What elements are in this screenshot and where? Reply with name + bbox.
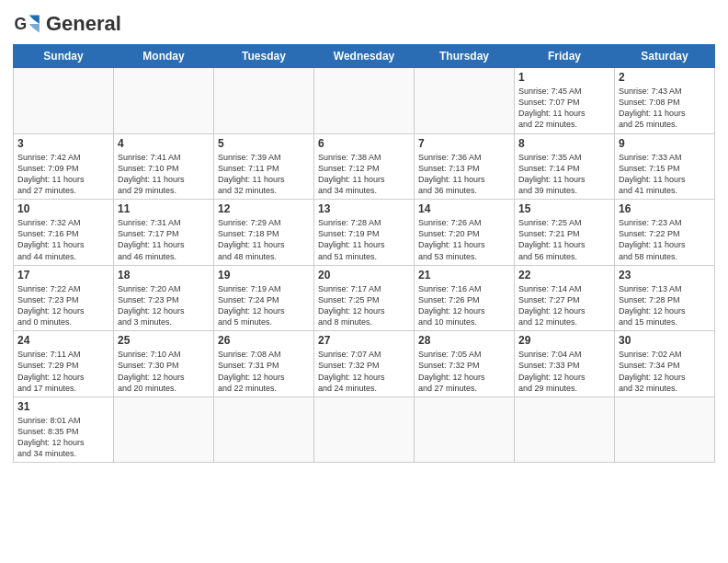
day-number: 22 [518,269,610,282]
logo-icon: G [13,9,42,39]
day-info: Sunrise: 7:02 AM Sunset: 7:34 PM Dayligh… [619,349,711,394]
day-number: 26 [218,334,310,347]
day-info: Sunrise: 7:05 AM Sunset: 7:32 PM Dayligh… [418,349,510,394]
day-info: Sunrise: 7:38 AM Sunset: 7:12 PM Dayligh… [318,152,410,197]
day-info: Sunrise: 8:01 AM Sunset: 8:35 PM Dayligh… [17,415,109,460]
calendar-cell [515,396,615,463]
svg-marker-1 [29,15,40,24]
calendar-cell: 4Sunrise: 7:41 AM Sunset: 7:10 PM Daylig… [114,133,214,200]
page: G General SundayMondayTuesdayWednesdayTh… [0,0,728,472]
calendar-cell: 10Sunrise: 7:32 AM Sunset: 7:16 PM Dayli… [14,200,114,266]
day-number: 14 [418,202,510,215]
calendar-cell: 22Sunrise: 7:14 AM Sunset: 7:27 PM Dayli… [515,265,615,331]
day-number: 28 [418,334,510,347]
calendar-cell: 2Sunrise: 7:43 AM Sunset: 7:08 PM Daylig… [615,68,715,134]
day-info: Sunrise: 7:07 AM Sunset: 7:32 PM Dayligh… [318,349,410,394]
calendar-cell: 5Sunrise: 7:39 AM Sunset: 7:11 PM Daylig… [214,133,314,200]
day-number: 24 [17,334,109,347]
day-info: Sunrise: 7:10 AM Sunset: 7:30 PM Dayligh… [118,349,210,394]
day-info: Sunrise: 7:45 AM Sunset: 7:07 PM Dayligh… [518,86,610,131]
calendar-week-row: 17Sunrise: 7:22 AM Sunset: 7:23 PM Dayli… [14,265,715,331]
day-info: Sunrise: 7:32 AM Sunset: 7:16 PM Dayligh… [17,217,109,262]
day-number: 18 [118,269,210,282]
day-number: 23 [619,269,711,282]
calendar-cell [114,396,214,463]
calendar-cell [14,68,114,134]
svg-marker-2 [29,24,40,33]
day-info: Sunrise: 7:11 AM Sunset: 7:29 PM Dayligh… [17,349,109,394]
day-number: 10 [17,202,109,215]
calendar-cell: 20Sunrise: 7:17 AM Sunset: 7:25 PM Dayli… [314,265,415,331]
day-info: Sunrise: 7:19 AM Sunset: 7:24 PM Dayligh… [218,283,310,328]
day-info: Sunrise: 7:20 AM Sunset: 7:23 PM Dayligh… [118,283,210,328]
calendar-cell: 18Sunrise: 7:20 AM Sunset: 7:23 PM Dayli… [114,265,214,331]
calendar-cell [214,68,314,134]
weekday-header-row: SundayMondayTuesdayWednesdayThursdayFrid… [14,45,715,68]
day-info: Sunrise: 7:26 AM Sunset: 7:20 PM Dayligh… [418,217,510,262]
day-info: Sunrise: 7:04 AM Sunset: 7:33 PM Dayligh… [518,349,610,394]
calendar-week-row: 1Sunrise: 7:45 AM Sunset: 7:07 PM Daylig… [14,68,715,134]
day-info: Sunrise: 7:25 AM Sunset: 7:21 PM Dayligh… [518,217,610,262]
calendar-cell: 21Sunrise: 7:16 AM Sunset: 7:26 PM Dayli… [415,265,515,331]
calendar-cell: 25Sunrise: 7:10 AM Sunset: 7:30 PM Dayli… [114,331,214,397]
day-info: Sunrise: 7:43 AM Sunset: 7:08 PM Dayligh… [619,86,711,131]
day-info: Sunrise: 7:22 AM Sunset: 7:23 PM Dayligh… [17,283,109,328]
day-number: 12 [218,202,310,215]
calendar-cell: 30Sunrise: 7:02 AM Sunset: 7:34 PM Dayli… [615,331,715,397]
day-info: Sunrise: 7:16 AM Sunset: 7:26 PM Dayligh… [418,283,510,328]
day-info: Sunrise: 7:08 AM Sunset: 7:31 PM Dayligh… [218,349,310,394]
weekday-header-friday: Friday [515,45,615,68]
calendar-cell: 15Sunrise: 7:25 AM Sunset: 7:21 PM Dayli… [515,200,615,266]
day-info: Sunrise: 7:36 AM Sunset: 7:13 PM Dayligh… [418,152,510,197]
logo: G General [13,9,121,39]
day-number: 15 [518,202,610,215]
calendar-cell: 19Sunrise: 7:19 AM Sunset: 7:24 PM Dayli… [214,265,314,331]
calendar-cell: 29Sunrise: 7:04 AM Sunset: 7:33 PM Dayli… [515,331,615,397]
day-info: Sunrise: 7:35 AM Sunset: 7:14 PM Dayligh… [518,152,610,197]
calendar-cell: 17Sunrise: 7:22 AM Sunset: 7:23 PM Dayli… [14,265,114,331]
calendar-cell: 28Sunrise: 7:05 AM Sunset: 7:32 PM Dayli… [415,331,515,397]
calendar-cell [415,68,515,134]
day-info: Sunrise: 7:13 AM Sunset: 7:28 PM Dayligh… [619,283,711,328]
day-number: 21 [418,269,510,282]
day-number: 17 [17,269,109,282]
day-info: Sunrise: 7:41 AM Sunset: 7:10 PM Dayligh… [118,152,210,197]
calendar-week-row: 31Sunrise: 8:01 AM Sunset: 8:35 PM Dayli… [14,396,715,463]
day-number: 27 [318,334,410,347]
calendar-cell: 8Sunrise: 7:35 AM Sunset: 7:14 PM Daylig… [515,133,615,200]
svg-text:G: G [15,15,28,33]
day-number: 16 [619,202,711,215]
day-number: 5 [218,137,310,150]
calendar-cell: 12Sunrise: 7:29 AM Sunset: 7:18 PM Dayli… [214,200,314,266]
calendar-table: SundayMondayTuesdayWednesdayThursdayFrid… [13,44,715,463]
calendar-cell: 7Sunrise: 7:36 AM Sunset: 7:13 PM Daylig… [415,133,515,200]
weekday-header-thursday: Thursday [415,45,515,68]
weekday-header-monday: Monday [114,45,214,68]
day-number: 8 [518,137,610,150]
day-number: 7 [418,137,510,150]
calendar-week-row: 10Sunrise: 7:32 AM Sunset: 7:16 PM Dayli… [14,200,715,266]
day-number: 19 [218,269,310,282]
day-info: Sunrise: 7:23 AM Sunset: 7:22 PM Dayligh… [619,217,711,262]
weekday-header-wednesday: Wednesday [314,45,415,68]
day-info: Sunrise: 7:14 AM Sunset: 7:27 PM Dayligh… [518,283,610,328]
day-number: 3 [17,137,109,150]
day-info: Sunrise: 7:31 AM Sunset: 7:17 PM Dayligh… [118,217,210,262]
calendar-cell [314,396,415,463]
day-number: 1 [518,71,610,84]
calendar-cell [415,396,515,463]
calendar-cell [615,396,715,463]
calendar-cell: 3Sunrise: 7:42 AM Sunset: 7:09 PM Daylig… [14,133,114,200]
calendar-cell: 26Sunrise: 7:08 AM Sunset: 7:31 PM Dayli… [214,331,314,397]
calendar-cell [114,68,214,134]
day-number: 11 [118,202,210,215]
day-number: 20 [318,269,410,282]
day-number: 9 [619,137,711,150]
day-info: Sunrise: 7:17 AM Sunset: 7:25 PM Dayligh… [318,283,410,328]
logo-text: General [46,14,121,34]
day-number: 6 [318,137,410,150]
weekday-header-sunday: Sunday [14,45,114,68]
calendar-cell: 16Sunrise: 7:23 AM Sunset: 7:22 PM Dayli… [615,200,715,266]
day-number: 2 [619,71,711,84]
day-number: 13 [318,202,410,215]
